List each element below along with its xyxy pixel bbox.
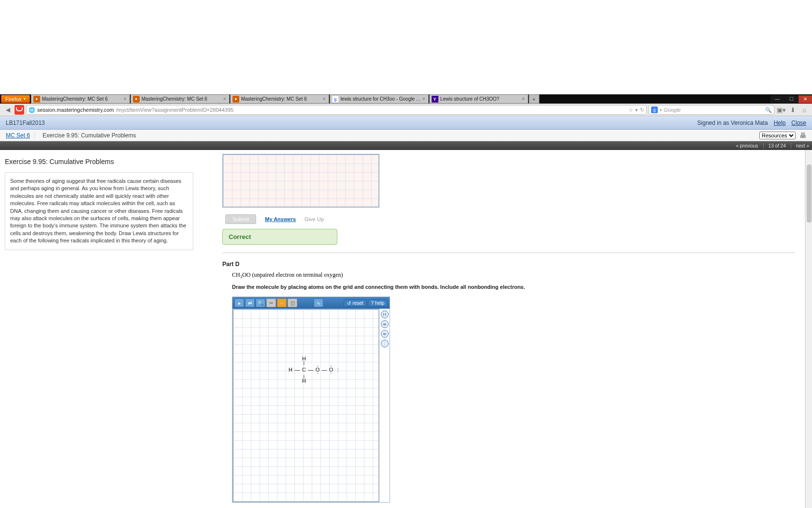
favicon-google-icon: g xyxy=(332,96,339,103)
search-placeholder: Google xyxy=(664,107,681,113)
drawing-grid[interactable]: H | H—C— O—O: | H xyxy=(232,309,379,502)
signed-in-text: Signed in as Veronica Mata xyxy=(697,120,768,126)
new-tab-button[interactable]: + xyxy=(529,94,539,104)
tab-close-icon[interactable]: × xyxy=(521,96,526,102)
help-button[interactable]: ?help xyxy=(368,299,388,307)
pocket-icon[interactable] xyxy=(14,105,24,115)
back-button[interactable]: ◀ xyxy=(3,105,13,115)
breadcrumb: MC Set 6 〉 Exercise 9.95: Cumulative Pro… xyxy=(0,130,812,141)
browser-tabstrip: Firefox ▾ ✦ MasteringChemistry: MC Set 6… xyxy=(0,94,812,104)
search-box[interactable]: g ▾ Google 🔍 xyxy=(649,105,774,115)
tab-title: MasteringChemistry: MC Set 6 xyxy=(42,96,123,102)
zoom-tool-icon[interactable]: 🔍 xyxy=(256,299,265,307)
firefox-menu-label: Firefox xyxy=(5,96,22,102)
breadcrumb-separator-icon: 〉 xyxy=(33,131,40,140)
browser-tab[interactable]: ✦ MasteringChemistry: MC Set 6 × xyxy=(130,94,230,104)
molecular-formula: CH3OO (unpaired electron on terminal oxy… xyxy=(232,271,795,279)
browser-tab[interactable]: g lewis structure for CH3oo - Google Se.… xyxy=(330,94,429,104)
course-header: LB171Fall2013 Signed in as Veronica Mata… xyxy=(0,116,812,130)
problem-position: 13 of 24 xyxy=(768,143,786,149)
browser-tab[interactable]: ✦ MasteringChemistry: MC Set 6 × xyxy=(230,94,329,104)
chevron-down-icon[interactable]: ▾ xyxy=(635,107,638,113)
firefox-menu-button[interactable]: Firefox ▾ xyxy=(1,95,30,103)
reset-button[interactable]: ↺reset xyxy=(344,299,366,307)
tab-close-icon[interactable]: × xyxy=(123,96,128,102)
breadcrumb-link[interactable]: MC Set 6 xyxy=(6,132,30,139)
lone-pair-button[interactable]: : xyxy=(381,340,389,347)
search-icon[interactable]: 🔍 xyxy=(765,107,772,113)
drawing-toolbar: ▸ ⇄ 🔍 ✂ ·· ◫ ∿ ↺reset ?help xyxy=(232,297,390,309)
resources-select[interactable]: Resources xyxy=(759,132,796,139)
my-answers-link[interactable]: My Answers xyxy=(265,216,296,222)
bond-tool-icon[interactable]: ∿ xyxy=(314,299,323,307)
exercise-description: Some theories of aging suggest that free… xyxy=(5,172,193,250)
url-host: session.masteringchemistry.com xyxy=(37,107,114,113)
tab-close-icon[interactable]: × xyxy=(421,96,426,102)
breadcrumb-current: Exercise 9.95: Cumulative Problems xyxy=(43,132,136,139)
browser-tab[interactable]: Y Lewis structure of CH3OO? × xyxy=(429,94,528,104)
problem-nav: « previous 13 of 24 next » xyxy=(0,141,812,150)
reload-icon[interactable]: ↻ xyxy=(640,107,644,113)
browser-tab[interactable]: ✦ MasteringChemistry: MC Set 6 × xyxy=(31,94,130,104)
drawing-panel: ▸ ⇄ 🔍 ✂ ·· ◫ ∿ ↺reset ?help H | xyxy=(232,297,390,503)
window-maximize-button[interactable]: ☐ xyxy=(784,95,798,103)
electron-tool-icon[interactable]: ·· xyxy=(277,299,287,307)
globe-icon: 🌐 xyxy=(29,107,35,113)
problem-sidebar: Exercise 9.95: Cumulative Problems Some … xyxy=(0,150,198,508)
close-link[interactable]: Close xyxy=(791,120,806,126)
favicon-mc-icon: ✦ xyxy=(33,96,40,103)
exercise-title: Exercise 9.95: Cumulative Problems xyxy=(5,158,193,165)
tab-title: MasteringChemistry: MC Set 6 xyxy=(241,96,322,102)
prev-problem-link[interactable]: « previous xyxy=(736,143,758,149)
favicon-yahoo-icon: Y xyxy=(432,96,438,103)
tab-title: lewis structure for CH3oo - Google Se... xyxy=(341,96,421,102)
bookmarks-dropdown-icon[interactable]: ▣▾ xyxy=(776,106,786,114)
element-disabled-button[interactable]: ⦸ xyxy=(381,320,389,328)
element-h-button[interactable]: H xyxy=(381,311,389,318)
url-bar[interactable]: 🌐 session.masteringchemistry.com/myct/it… xyxy=(26,105,647,115)
give-up-link[interactable]: Give Up xyxy=(304,216,324,222)
course-title: LB171Fall2013 xyxy=(6,120,45,126)
eraser-tool-icon[interactable]: ◫ xyxy=(288,299,297,307)
next-problem-link[interactable]: next » xyxy=(796,143,809,149)
browser-toolbar: ◀ 🌐 session.masteringchemistry.com/myct/… xyxy=(0,104,812,116)
help-link[interactable]: Help xyxy=(774,120,786,126)
downloads-icon[interactable]: ⬇ xyxy=(788,106,798,114)
correct-badge: Correct xyxy=(222,229,337,245)
prev-drawing-grid[interactable] xyxy=(222,154,379,208)
element-palette: H ⦸ ⦸ : xyxy=(379,309,390,502)
instruction-text: Draw the molecule by placing atoms on th… xyxy=(232,284,795,290)
scrollbar-thumb[interactable] xyxy=(807,164,812,223)
molecule-structure[interactable]: H | H—C— O—O: | H xyxy=(287,356,341,384)
tab-title: Lewis structure of CH3OO? xyxy=(440,96,521,102)
submit-button[interactable]: Submit xyxy=(225,214,256,224)
bookmark-star-icon[interactable]: ☆ xyxy=(628,107,633,113)
window-minimize-button[interactable]: — xyxy=(770,95,784,103)
window-close-button[interactable]: ✕ xyxy=(798,95,812,103)
chevron-down-icon: ▾ xyxy=(24,97,26,101)
tab-close-icon[interactable]: × xyxy=(322,96,327,102)
section-divider xyxy=(222,253,795,253)
favicon-mc-icon: ✦ xyxy=(232,96,239,103)
pointer-tool-icon[interactable]: ▸ xyxy=(234,299,244,307)
part-heading: Part D xyxy=(222,261,795,268)
home-icon[interactable]: ⌂ xyxy=(799,106,809,114)
move-tool-icon[interactable]: ⇄ xyxy=(245,299,255,307)
element-disabled-button[interactable]: ⦸ xyxy=(381,330,389,338)
google-logo-icon: g xyxy=(651,106,658,113)
url-path: /myct/itemView?assignmentProblemID=28044… xyxy=(116,107,233,113)
chevron-down-icon[interactable]: ▾ xyxy=(660,108,662,112)
problem-main: Submit My Answers Give Up Correct Part D… xyxy=(198,150,805,508)
tab-close-icon[interactable]: × xyxy=(222,96,227,102)
print-icon[interactable]: 🖶 xyxy=(799,132,806,139)
vertical-scrollbar[interactable] xyxy=(805,150,812,508)
tab-title: MasteringChemistry: MC Set 6 xyxy=(142,96,222,102)
cut-tool-icon[interactable]: ✂ xyxy=(266,299,276,307)
favicon-mc-icon: ✦ xyxy=(133,96,140,103)
